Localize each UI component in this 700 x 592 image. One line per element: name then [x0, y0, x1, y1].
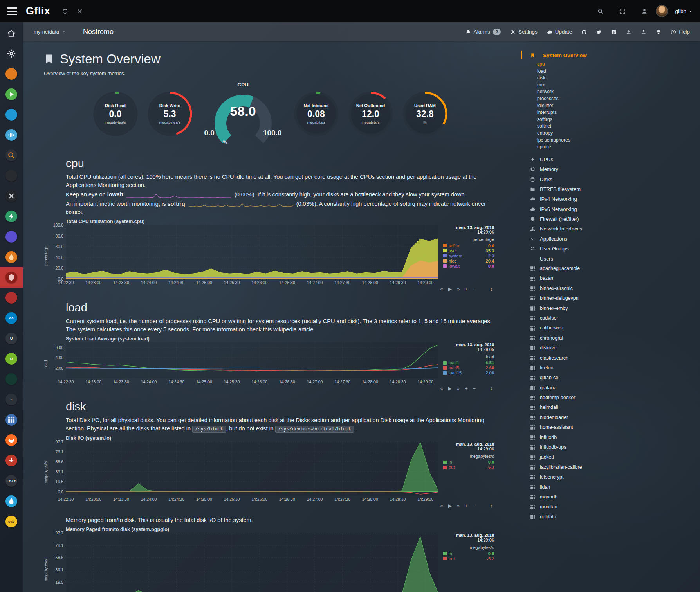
disk-chart-plot[interactable] — [66, 442, 438, 496]
menu-app-firefox[interactable]: firefox — [529, 363, 696, 373]
search-icon[interactable] — [596, 7, 605, 16]
user-menu[interactable]: gilbn — [675, 8, 693, 14]
gauge-used-ram[interactable]: Used RAM32.8% — [401, 85, 449, 144]
legend-load15[interactable]: load152.06 — [443, 371, 494, 376]
menu-app-calibreweb[interactable]: calibreweb — [529, 323, 696, 333]
legend-user[interactable]: user35.3 — [443, 248, 494, 253]
app-title[interactable]: Gflix — [26, 5, 51, 17]
chart-resize-handle[interactable]: ↕ — [490, 386, 493, 391]
avatar[interactable] — [656, 5, 668, 17]
sidebar-app-11[interactable] — [0, 227, 23, 247]
menu-system-overview[interactable]: System Overview — [521, 51, 696, 59]
sidebar-app-21[interactable] — [0, 430, 23, 450]
menu-app-jackett[interactable]: jackett — [529, 452, 696, 462]
legend-iowait[interactable]: iowait0.0 — [443, 263, 494, 268]
sidebar-app-16[interactable]: U — [0, 328, 23, 349]
fullscreen-icon[interactable] — [618, 7, 627, 16]
legend-out[interactable]: out-5.2 — [443, 556, 494, 561]
export-button[interactable] — [641, 29, 646, 35]
menu-app-monitorr[interactable]: monitorr — [529, 502, 696, 512]
menu-section-user-groups[interactable]: User Groups — [529, 244, 696, 254]
sidebar-app-4[interactable] — [0, 84, 23, 104]
menu-sub-interrupts[interactable]: interrupts — [537, 109, 696, 116]
chart-zoom-out-icon[interactable]: − — [473, 504, 475, 509]
refresh-icon[interactable] — [61, 7, 69, 16]
load-chart-plot[interactable] — [66, 342, 438, 378]
menu-app-binhex-airsonic[interactable]: binhex-airsonic — [529, 284, 696, 293]
menu-sub-idlejitter[interactable]: idlejitter — [537, 103, 696, 110]
chart-pan-forward-icon[interactable]: » — [457, 287, 460, 292]
legend-system[interactable]: system2.3 — [443, 253, 494, 258]
menu-section-disks[interactable]: Disks — [529, 175, 696, 184]
menu-app-apacheguacamole[interactable]: apacheguacamole — [529, 264, 696, 274]
help-button[interactable]: ? Help — [671, 29, 690, 35]
chart-pan-backward-icon[interactable]: « — [440, 504, 443, 509]
menu-section-ipv6-networking[interactable]: IPv6 Networking — [529, 204, 696, 214]
close-icon[interactable] — [76, 7, 84, 16]
menu-app-bazarr[interactable]: bazarr — [529, 274, 696, 283]
twitter-button[interactable] — [596, 29, 602, 35]
chart-zoom-in-icon[interactable]: + — [465, 504, 467, 509]
chart-pan-forward-icon[interactable]: » — [457, 386, 460, 391]
chart-pan-backward-icon[interactable]: « — [440, 287, 443, 292]
sidebar-app-10[interactable] — [0, 206, 23, 227]
legend-load1[interactable]: load16.51 — [443, 360, 494, 365]
menu-sub-network[interactable]: network — [537, 88, 696, 95]
menu-app-lazylibrarian-calibre[interactable]: lazylibrarian-calibre — [529, 462, 696, 472]
sidebar-app-18[interactable] — [0, 369, 23, 389]
menu-app-binhex-emby[interactable]: binhex-emby — [529, 304, 696, 313]
menu-app-grafana[interactable]: grafana — [529, 383, 696, 393]
menu-app-diskover[interactable]: diskover — [529, 343, 696, 353]
sidebar-app-3[interactable] — [0, 64, 23, 84]
print-button[interactable] — [656, 29, 661, 35]
menu-sub-processes[interactable]: processes — [537, 95, 696, 103]
menu-app-gitlab-ce[interactable]: gitlab-ce — [529, 373, 696, 383]
settings-button[interactable]: Settings — [510, 29, 538, 35]
menu-app-home-assistant[interactable]: home-assistant — [529, 423, 696, 432]
menu-app-lidarr[interactable]: lidarr — [529, 482, 696, 492]
menu-sub-disk[interactable]: disk — [537, 75, 696, 82]
menu-section-firewall-netfilter-[interactable]: Firewall (netfilter) — [529, 214, 696, 224]
chart-play-icon[interactable]: ▶ — [448, 386, 452, 391]
server-dropdown[interactable]: my-netdata — [34, 29, 66, 35]
menu-section-memory[interactable]: Memory — [529, 164, 696, 174]
menu-app-influxdb-ups[interactable]: influxdb-ups — [529, 443, 696, 452]
sidebar-app-20[interactable] — [0, 410, 23, 430]
gauge-disk-write[interactable]: Disk Write5.3megabytes/s — [146, 85, 194, 144]
gauge-cpu[interactable]: CPU58.00.0100.0% — [200, 82, 286, 148]
sidebar-app-13[interactable] — [0, 267, 23, 288]
user-management-icon[interactable] — [640, 7, 649, 16]
import-button[interactable] — [626, 29, 631, 35]
menu-sub-ipc-semaphores[interactable]: ipc semaphores — [537, 137, 696, 144]
legend-load5[interactable]: load52.68 — [443, 365, 494, 371]
alarms-button[interactable]: Alarms 2 — [465, 29, 501, 35]
sidebar-app-15[interactable]: oo — [0, 308, 23, 328]
gauge-disk-read[interactable]: Disk Read0.0megabytes/s — [92, 85, 139, 144]
chart-pan-backward-icon[interactable]: « — [440, 386, 443, 391]
pgpgio-chart-plot[interactable] — [66, 533, 438, 592]
menu-section-btrfs-filesystem[interactable]: BTRFS filesystem — [529, 184, 696, 194]
menu-sub-load[interactable]: load — [537, 68, 696, 75]
menu-app-hiddenloader[interactable]: hiddenloader — [529, 413, 696, 423]
sidebar-app-7[interactable] — [0, 145, 23, 166]
update-button[interactable]: Update — [547, 29, 572, 35]
chart-zoom-in-icon[interactable]: + — [465, 386, 467, 391]
menu-sub-softnet[interactable]: softnet — [537, 123, 696, 130]
facebook-button[interactable] — [611, 29, 617, 35]
menu-section-network-interfaces[interactable]: Network Interfaces — [529, 224, 696, 234]
gauge-net-inbound[interactable]: Net Inbound0.08megabits/s — [292, 85, 340, 144]
sidebar-app-12[interactable] — [0, 247, 23, 267]
sidebar-app-17[interactable]: U — [0, 349, 23, 369]
chart-play-icon[interactable]: ▶ — [448, 287, 452, 292]
sidebar-app-24[interactable] — [0, 491, 23, 511]
menu-app-letsencrypt[interactable]: letsencrypt — [529, 472, 696, 482]
chart-zoom-out-icon[interactable]: − — [473, 386, 475, 391]
menu-app-elasticsearch[interactable]: elasticsearch — [529, 353, 696, 363]
sidebar-app-5[interactable] — [0, 104, 23, 125]
sidebar-app-8[interactable] — [0, 166, 23, 186]
menu-app-chronograf[interactable]: chronograf — [529, 333, 696, 343]
sidebar-app-22[interactable] — [0, 450, 23, 471]
cpu-chart-plot[interactable] — [66, 225, 438, 279]
sidebar-app-2[interactable] — [0, 43, 23, 64]
menu-section-cpus[interactable]: CPUs — [529, 155, 696, 164]
